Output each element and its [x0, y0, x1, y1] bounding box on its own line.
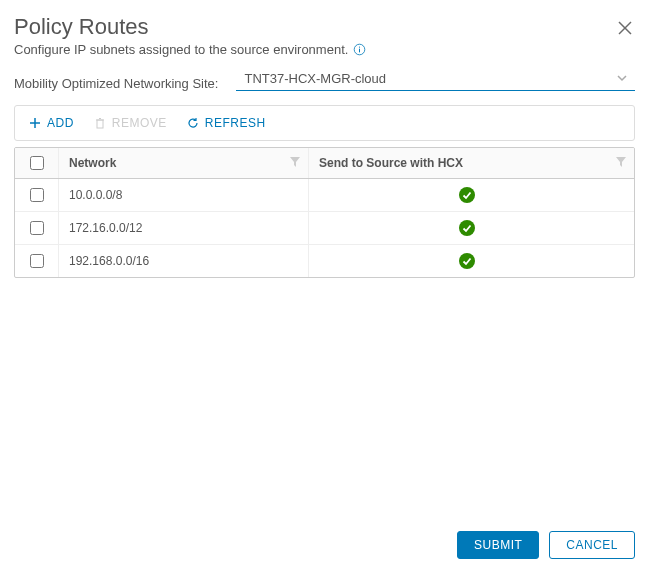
trash-icon — [94, 117, 106, 129]
check-circle-icon — [459, 187, 475, 203]
site-row: Mobility Optimized Networking Site: TNT3… — [14, 67, 635, 91]
svg-rect-7 — [97, 120, 103, 128]
close-icon — [617, 20, 633, 36]
column-label-network: Network — [69, 156, 116, 170]
cancel-button[interactable]: CANCEL — [549, 531, 635, 559]
table-header: Network Send to Source with HCX — [15, 148, 634, 179]
svg-marker-11 — [616, 157, 626, 167]
svg-point-12 — [459, 187, 475, 203]
dialog-footer: SUBMIT CANCEL — [457, 531, 635, 559]
chevron-down-icon — [617, 71, 627, 86]
site-label: Mobility Optimized Networking Site: — [14, 76, 218, 91]
column-header-hcx[interactable]: Send to Source with HCX — [309, 148, 634, 178]
svg-point-14 — [459, 253, 475, 269]
row-checkbox[interactable] — [30, 188, 44, 202]
table-row: 172.16.0.0/12 — [15, 212, 634, 245]
svg-point-3 — [359, 46, 360, 47]
row-checkbox[interactable] — [30, 221, 44, 235]
svg-marker-10 — [290, 157, 300, 167]
remove-button: REMOVE — [94, 116, 167, 130]
dialog-header: Policy Routes — [14, 14, 635, 40]
table-row: 10.0.0.0/8 — [15, 179, 634, 212]
refresh-label: REFRESH — [205, 116, 266, 130]
header-checkbox-cell — [15, 148, 59, 178]
network-value: 192.168.0.0/16 — [69, 254, 149, 268]
check-circle-icon — [459, 220, 475, 236]
select-all-checkbox[interactable] — [30, 156, 44, 170]
site-select[interactable]: TNT37-HCX-MGR-cloud — [236, 67, 635, 91]
refresh-icon — [187, 117, 199, 129]
filter-icon[interactable] — [616, 156, 626, 170]
row-checkbox[interactable] — [30, 254, 44, 268]
toolbar: ADD REMOVE REFRESH — [14, 105, 635, 141]
svg-point-13 — [459, 220, 475, 236]
table-row: 192.168.0.0/16 — [15, 245, 634, 277]
add-button[interactable]: ADD — [29, 116, 74, 130]
filter-icon[interactable] — [290, 156, 300, 170]
remove-label: REMOVE — [112, 116, 167, 130]
network-value: 10.0.0.0/8 — [69, 188, 122, 202]
network-value: 172.16.0.0/12 — [69, 221, 142, 235]
policy-routes-dialog: Policy Routes Configure IP subnets assig… — [0, 0, 649, 573]
info-icon[interactable] — [353, 43, 366, 56]
column-header-network[interactable]: Network — [59, 148, 309, 178]
refresh-button[interactable]: REFRESH — [187, 116, 266, 130]
routes-table: Network Send to Source with HCX 10.0.0.0… — [14, 147, 635, 278]
plus-icon — [29, 117, 41, 129]
dialog-subtitle: Configure IP subnets assigned to the sou… — [14, 42, 348, 57]
close-button[interactable] — [615, 18, 635, 38]
site-select-value: TNT37-HCX-MGR-cloud — [244, 71, 386, 86]
check-circle-icon — [459, 253, 475, 269]
subtitle-row: Configure IP subnets assigned to the sou… — [14, 42, 635, 57]
column-label-hcx: Send to Source with HCX — [319, 156, 463, 170]
dialog-title: Policy Routes — [14, 14, 149, 40]
add-label: ADD — [47, 116, 74, 130]
submit-button[interactable]: SUBMIT — [457, 531, 539, 559]
